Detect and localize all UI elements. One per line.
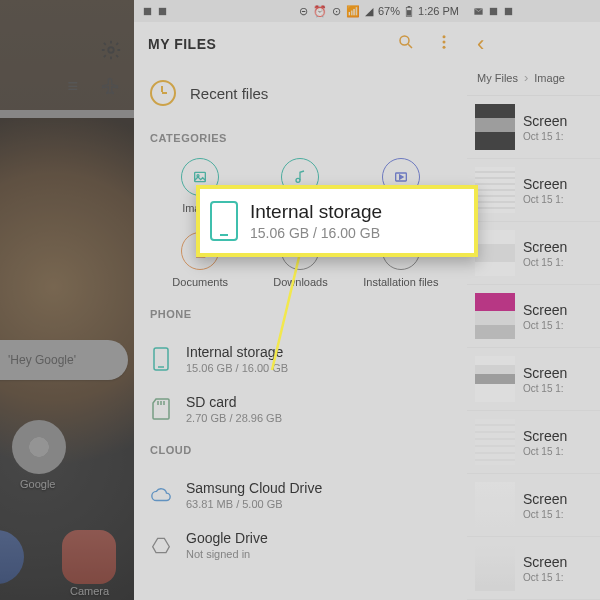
clock-text: 1:26 PM — [418, 5, 459, 17]
file-name: Screen — [523, 365, 567, 381]
storage-name: Google Drive — [186, 530, 268, 546]
list-item[interactable]: Screen Oct 15 1: — [467, 96, 600, 159]
google-drive-item[interactable]: Google Drive Not signed in — [150, 520, 467, 570]
svg-point-6 — [400, 36, 409, 45]
list-item[interactable]: Screen Oct 15 1: — [467, 222, 600, 285]
chevron-right-icon: › — [524, 70, 528, 85]
storage-name: Internal storage — [186, 344, 288, 360]
file-list: Screen Oct 15 1: Screen Oct 15 1: Screen… — [467, 95, 600, 600]
storage-sub: 63.81 MB / 5.00 GB — [186, 498, 322, 510]
camera-app-icon[interactable] — [62, 530, 116, 584]
flashlight-icon[interactable]: ≡ — [67, 76, 78, 100]
svg-point-9 — [443, 41, 446, 44]
status-bar: ⊝ ⏰ ⊙ 📶 ◢ 67% 1:26 PM — [134, 0, 467, 22]
search-placeholder: 'Hey Google' — [8, 353, 76, 367]
sd-card-item[interactable]: SD card 2.70 GB / 28.96 GB — [150, 384, 467, 434]
google-folder-icon[interactable] — [12, 420, 66, 474]
screenshot-icon — [142, 6, 153, 17]
file-date: Oct 15 1: — [523, 131, 567, 142]
svg-point-0 — [108, 47, 114, 53]
list-item[interactable]: Screen Oct 15 1: — [467, 348, 600, 411]
file-name: Screen — [523, 113, 567, 129]
file-date: Oct 15 1: — [523, 572, 567, 583]
airplane-icon[interactable] — [100, 76, 120, 100]
status-bar — [0, 0, 134, 24]
storage-sub: 15.06 GB / 16.00 GB — [186, 362, 288, 374]
file-date: Oct 15 1: — [523, 446, 567, 457]
thumbnail — [475, 482, 515, 528]
storage-sub: 2.70 GB / 28.96 GB — [186, 412, 282, 424]
gear-icon[interactable] — [100, 39, 122, 65]
list-item[interactable]: Screen Oct 15 1: — [467, 285, 600, 348]
screenshot-icon — [503, 6, 514, 17]
file-name: Screen — [523, 239, 567, 255]
file-date: Oct 15 1: — [523, 383, 567, 394]
thumbnail — [475, 230, 515, 276]
list-item[interactable]: Screen Oct 15 1: — [467, 159, 600, 222]
recent-files-button[interactable]: Recent files — [150, 72, 467, 122]
file-date: Oct 15 1: — [523, 194, 567, 205]
file-date: Oct 15 1: — [523, 257, 567, 268]
file-date: Oct 15 1: — [523, 509, 567, 520]
recent-files-label: Recent files — [190, 85, 268, 102]
callout-subtitle: 15.06 GB / 16.00 GB — [250, 225, 382, 241]
storage-name: Samsung Cloud Drive — [186, 480, 322, 496]
google-search-bar[interactable]: 'Hey Google' — [0, 340, 128, 380]
file-name: Screen — [523, 302, 567, 318]
status-bar — [467, 0, 600, 22]
svg-point-8 — [443, 35, 446, 38]
callout-title: Internal storage — [250, 201, 382, 223]
svg-rect-5 — [408, 6, 411, 7]
svg-rect-23 — [505, 7, 512, 14]
mail-icon — [473, 6, 484, 17]
battery-text: 67% — [378, 5, 400, 17]
sd-card-icon — [150, 398, 172, 420]
category-label: Documents — [172, 276, 228, 288]
samsung-cloud-item[interactable]: Samsung Cloud Drive 63.81 MB / 5.00 GB — [150, 470, 467, 520]
crumb-images[interactable]: Image — [534, 72, 565, 84]
file-date: Oct 15 1: — [523, 320, 567, 331]
svg-rect-4 — [407, 10, 411, 16]
quick-toggles: ≡ — [0, 76, 134, 100]
phone-icon — [210, 201, 238, 241]
thumbnail — [475, 356, 515, 402]
camera-label: Camera — [70, 585, 109, 597]
thumbnail — [475, 104, 515, 150]
image-folder-panel: ‹ My Files › Image Screen Oct 15 1: Scre… — [467, 0, 600, 600]
back-icon[interactable]: ‹ — [477, 31, 484, 57]
categories-header: CATEGORIES — [150, 132, 467, 144]
battery-icon — [404, 6, 414, 17]
thumbnail — [475, 167, 515, 213]
internal-storage-item[interactable]: Internal storage 15.06 GB / 16.00 GB — [150, 334, 467, 384]
category-label: Installation files — [363, 276, 438, 288]
clock-icon — [150, 80, 176, 106]
crumb-myfiles[interactable]: My Files — [477, 72, 518, 84]
list-item[interactable]: Screen Oct 15 1: — [467, 537, 600, 600]
page-title: MY FILES — [148, 36, 216, 52]
thumbnail — [475, 545, 515, 591]
callout-highlight: Internal storage 15.06 GB / 16.00 GB — [196, 185, 478, 257]
svg-rect-1 — [144, 7, 151, 14]
app-header: ‹ — [467, 22, 600, 66]
svg-line-7 — [408, 44, 412, 48]
svg-rect-11 — [195, 172, 206, 181]
file-name: Screen — [523, 176, 567, 192]
my-files-panel: ⊝ ⏰ ⊙ 📶 ◢ 67% 1:26 PM MY FILES Recent fi… — [134, 0, 467, 600]
thumbnail — [475, 293, 515, 339]
quick-settings — [0, 24, 134, 80]
status-icons: ⊝ ⏰ ⊙ 📶 ◢ — [299, 5, 374, 18]
thumbnail — [475, 419, 515, 465]
app-header: MY FILES — [134, 22, 467, 66]
search-icon[interactable] — [397, 33, 415, 55]
phone-header: PHONE — [150, 308, 467, 320]
svg-point-10 — [443, 46, 446, 49]
phone-icon — [150, 347, 172, 371]
list-item[interactable]: Screen Oct 15 1: — [467, 411, 600, 474]
breadcrumb: My Files › Image — [467, 66, 600, 95]
cloud-header: CLOUD — [150, 444, 467, 456]
storage-sub: Not signed in — [186, 548, 268, 560]
list-item[interactable]: Screen Oct 15 1: — [467, 474, 600, 537]
more-icon[interactable] — [435, 33, 453, 55]
screenshot-icon — [488, 6, 499, 17]
google-label: Google — [20, 478, 55, 490]
